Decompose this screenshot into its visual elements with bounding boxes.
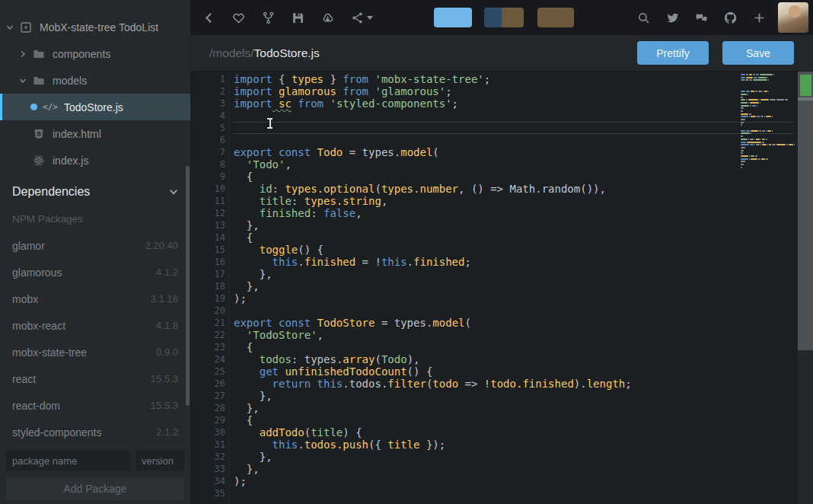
heart-icon[interactable] xyxy=(232,11,245,24)
code-line[interactable]: todos: types.array(Todo), xyxy=(234,353,793,365)
view-toggle-preview[interactable] xyxy=(537,8,574,27)
code-line[interactable] xyxy=(234,110,793,122)
code-pane[interactable]: import { types } from 'mobx-state-tree';… xyxy=(234,73,793,499)
view-toggle-split[interactable] xyxy=(484,8,524,27)
breadcrumb-file: TodoStore.js xyxy=(254,46,320,59)
code-line[interactable]: { xyxy=(234,171,793,183)
code-line[interactable]: id: types.optional(types.number, () => M… xyxy=(234,183,793,195)
project-root-item[interactable]: MobX-state-tree TodoList xyxy=(0,14,190,40)
code-line[interactable]: this.todos.push({ title }); xyxy=(234,439,793,451)
code-icon: </> xyxy=(44,101,56,113)
file-tree-item[interactable]: index.html xyxy=(0,120,190,147)
html-icon xyxy=(33,128,45,140)
github-icon[interactable] xyxy=(724,11,737,24)
dependencies-header[interactable]: Dependencies xyxy=(0,178,190,206)
file-tree-item[interactable]: </>TodoStore.js xyxy=(0,94,190,120)
file-tree-item[interactable]: models xyxy=(0,67,190,94)
code-line[interactable]: }, xyxy=(234,219,793,231)
save-icon[interactable] xyxy=(292,11,304,24)
code-line[interactable]: { xyxy=(234,341,793,353)
project-icon xyxy=(20,21,32,33)
code-line[interactable] xyxy=(234,134,793,146)
code-line[interactable]: import glamorous from 'glamorous'; xyxy=(234,85,793,97)
package-version: 0.9.0 xyxy=(156,346,178,358)
code-line[interactable]: 'TodoStore', xyxy=(234,329,793,341)
file-tree-item[interactable]: components xyxy=(0,40,190,67)
package-row[interactable]: mobx3.1.16 xyxy=(0,285,190,312)
code-line[interactable]: }, xyxy=(234,402,793,414)
code-line[interactable] xyxy=(234,305,793,317)
package-row[interactable]: glamorous4.1.2 xyxy=(0,259,190,285)
modified-dot xyxy=(30,104,37,110)
minimap[interactable] xyxy=(741,74,795,172)
code-line[interactable] xyxy=(234,487,793,499)
package-name: react xyxy=(12,373,36,385)
back-icon[interactable] xyxy=(202,11,215,24)
package-name-input[interactable] xyxy=(6,450,131,471)
view-toggle-editor[interactable] xyxy=(434,8,472,27)
package-version: 4.1.8 xyxy=(156,320,178,331)
code-line[interactable]: { xyxy=(234,231,793,244)
code-line[interactable]: import { types } from 'mobx-state-tree'; xyxy=(234,73,793,85)
code-line[interactable]: }, xyxy=(234,268,793,280)
code-line[interactable]: export const TodoStore = types.model( xyxy=(234,317,793,329)
save-button[interactable]: Save xyxy=(722,41,794,65)
code-line[interactable]: return this.todos.filter(todo => !todo.f… xyxy=(234,378,793,390)
file-tree-item[interactable]: index.js xyxy=(0,147,190,174)
package-version: 2.20.40 xyxy=(145,240,178,251)
code-line[interactable]: }, xyxy=(234,280,793,292)
package-version: 15.5.3 xyxy=(151,373,178,384)
package-name: react-dom xyxy=(12,400,60,412)
code-line[interactable]: }, xyxy=(234,451,793,463)
package-name: mobx xyxy=(12,293,38,305)
code-line[interactable]: }, xyxy=(234,390,793,402)
download-icon[interactable] xyxy=(321,11,334,24)
file-name: index.js xyxy=(53,155,88,167)
package-name: styled-components xyxy=(12,426,102,439)
share-icon xyxy=(351,11,364,24)
package-name: glamor xyxy=(12,240,45,252)
package-row[interactable]: mobx-state-tree0.9.0 xyxy=(0,339,190,365)
editor-scrollbar[interactable] xyxy=(798,72,813,350)
topbar xyxy=(190,0,813,35)
package-row[interactable]: react-dom15.5.3 xyxy=(0,392,190,419)
code-line[interactable]: 'Todo', xyxy=(234,158,793,171)
code-line[interactable]: title: types.string, xyxy=(234,195,793,207)
code-line[interactable]: addTodo(title) { xyxy=(234,426,793,439)
scrollbar-band xyxy=(798,97,813,100)
fork-icon[interactable] xyxy=(262,11,275,24)
share-menu[interactable] xyxy=(351,11,373,24)
package-version-input[interactable] xyxy=(136,450,184,471)
prettify-button[interactable]: Prettify xyxy=(637,41,709,65)
package-row[interactable]: glamor2.20.40 xyxy=(0,232,190,259)
package-row[interactable]: mobx-react4.1.8 xyxy=(0,312,190,339)
code-line[interactable]: import sc from 'styled-components'; xyxy=(234,97,793,110)
package-row[interactable]: react15.5.3 xyxy=(0,365,190,392)
code-line[interactable]: }, xyxy=(234,463,793,475)
package-name: mobx-state-tree xyxy=(12,346,87,359)
code-line[interactable]: ); xyxy=(234,475,793,487)
package-row[interactable]: styled-components2.1.2 xyxy=(0,419,190,445)
code-line[interactable]: export const Todo = types.model( xyxy=(234,146,793,158)
code-line[interactable]: toggle() { xyxy=(234,244,793,256)
dependencies-title: Dependencies xyxy=(12,185,90,199)
twitter-icon[interactable] xyxy=(666,11,679,24)
chevron-down-icon xyxy=(367,16,373,20)
sidebar-scrollbar[interactable] xyxy=(186,166,190,406)
line-number-gutter: 1234567891011121314151617181920212223242… xyxy=(190,73,225,499)
code-line[interactable]: this.finished = !this.finished; xyxy=(234,256,793,268)
add-package-button[interactable]: Add Package xyxy=(6,477,184,500)
plus-icon[interactable] xyxy=(753,11,766,24)
chat-icon[interactable] xyxy=(695,11,708,24)
app-window: MobX-state-tree TodoList componentsmodel… xyxy=(0,0,813,504)
user-avatar[interactable] xyxy=(778,2,808,33)
code-line[interactable]: { xyxy=(234,414,793,426)
chevron-down-icon xyxy=(6,24,14,31)
code-line[interactable] xyxy=(234,122,793,134)
search-icon[interactable] xyxy=(637,11,650,24)
code-line[interactable]: get unfinishedTodoCount() { xyxy=(234,365,793,378)
code-editor[interactable]: 1234567891011121314151617181920212223242… xyxy=(190,72,813,504)
breadcrumb-dir: /models/ xyxy=(209,46,254,59)
code-line[interactable]: finished: false, xyxy=(234,207,793,219)
code-line[interactable]: ); xyxy=(234,292,793,305)
